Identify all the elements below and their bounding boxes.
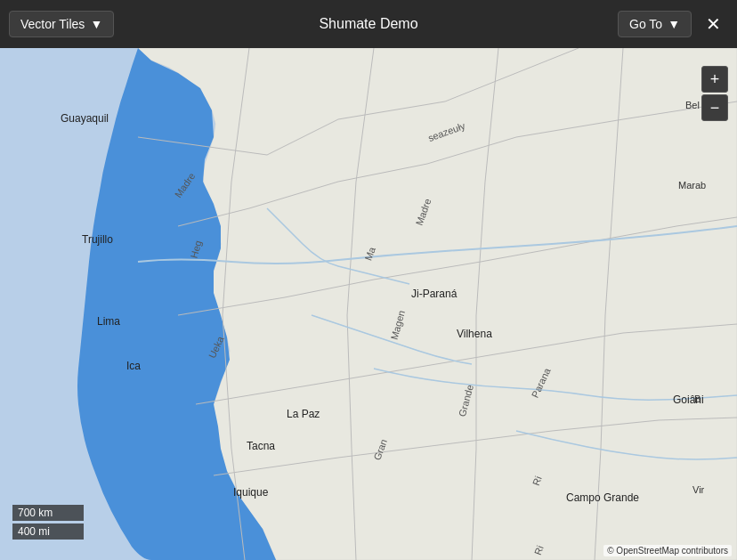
scale-km-label: 700 km bbox=[12, 505, 84, 521]
right-controls: Go To ▼ ✕ bbox=[618, 11, 728, 37]
app-title: Shumate Demo bbox=[319, 16, 417, 32]
close-button[interactable]: ✕ bbox=[699, 12, 728, 37]
go-to-label: Go To bbox=[629, 17, 662, 31]
left-controls: Vector Tiles ▼ bbox=[9, 11, 114, 37]
scale-mi-row: 400 mi bbox=[12, 523, 84, 540]
vector-tiles-label: Vector Tiles bbox=[20, 17, 85, 31]
map-container[interactable]: seazeuły Madre Heg Ueka Madre Ma Magen G… bbox=[0, 48, 737, 560]
zoom-in-button[interactable]: + bbox=[701, 66, 728, 93]
titlebar: Vector Tiles ▼ Shumate Demo Go To ▼ ✕ bbox=[0, 0, 737, 48]
vector-tiles-chevron-icon: ▼ bbox=[90, 17, 102, 31]
vector-tiles-button[interactable]: Vector Tiles ▼ bbox=[9, 11, 114, 37]
scale-km-row: 700 km bbox=[12, 505, 84, 521]
go-to-button[interactable]: Go To ▼ bbox=[618, 11, 692, 37]
zoom-out-button[interactable]: − bbox=[701, 94, 728, 121]
scale-bar: 700 km 400 mi bbox=[12, 505, 84, 542]
scale-mi-label: 400 mi bbox=[12, 523, 84, 540]
map-background bbox=[0, 48, 737, 560]
attribution: © OpenStreetMap contributors bbox=[603, 545, 732, 556]
go-to-chevron-icon: ▼ bbox=[668, 17, 680, 31]
zoom-controls: + − bbox=[701, 66, 728, 121]
